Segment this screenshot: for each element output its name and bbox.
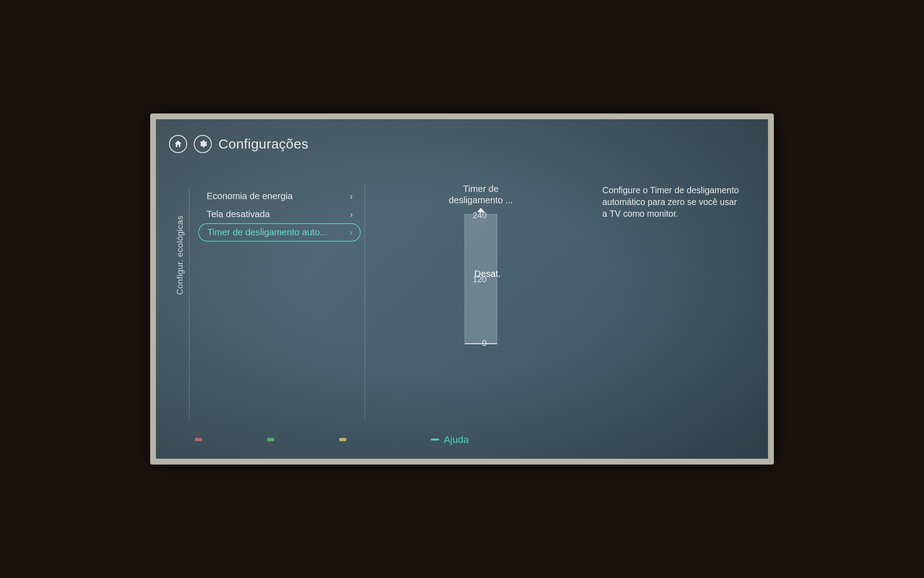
slider-title-line2: desligamento ...: [449, 195, 513, 205]
settings-menu: Economia de energia › Tela desativada › …: [198, 187, 360, 242]
hint-green-button[interactable]: [267, 438, 274, 441]
page-title: Configurações: [218, 136, 309, 152]
menu-item-label: Timer de desligamento auto...: [208, 227, 328, 238]
chevron-right-icon: ›: [350, 209, 353, 219]
menu-item-auto-off-timer[interactable]: Timer de desligamento auto... ›: [198, 224, 360, 242]
slider-track-area: 240 120 0 Desat.: [439, 214, 523, 344]
chevron-right-icon: ›: [350, 191, 353, 201]
slider-title: Timer de desligamento ...: [439, 183, 523, 205]
slider-title-line1: Timer de: [463, 184, 499, 194]
side-category: Configur. ecológicas: [175, 191, 185, 295]
menu-item-label: Tela desativada: [207, 209, 270, 219]
chevron-right-icon: ›: [349, 227, 352, 238]
setting-description: Configure o Timer de desligamento automá…: [602, 184, 742, 220]
header: Configurações: [169, 135, 309, 153]
hint-help[interactable]: Ajuda: [431, 434, 469, 445]
gear-icon: [198, 140, 207, 149]
side-category-label: Configur. ecológicas: [175, 215, 185, 295]
menu-item-label: Economia de energia: [207, 191, 293, 201]
settings-button[interactable]: [194, 135, 212, 153]
timer-slider[interactable]: Timer de desligamento ... 240 120 0 Desa…: [439, 183, 523, 344]
home-icon: [174, 140, 183, 149]
hint-red-button[interactable]: [195, 438, 202, 441]
menu-item-energy-saving[interactable]: Economia de energia ›: [198, 187, 360, 205]
color-button-hints: Ajuda: [156, 434, 768, 445]
hint-yellow-button[interactable]: [339, 438, 346, 441]
vertical-divider: [365, 184, 365, 418]
home-button[interactable]: [169, 135, 187, 153]
slider-value-label: Desat.: [474, 269, 500, 279]
hint-blue-button: [431, 438, 439, 440]
menu-item-screen-off[interactable]: Tela desativada ›: [198, 205, 360, 223]
tv-screen: Configurações Configur. ecológicas Econo…: [150, 113, 774, 465]
help-label: Ajuda: [444, 434, 469, 445]
